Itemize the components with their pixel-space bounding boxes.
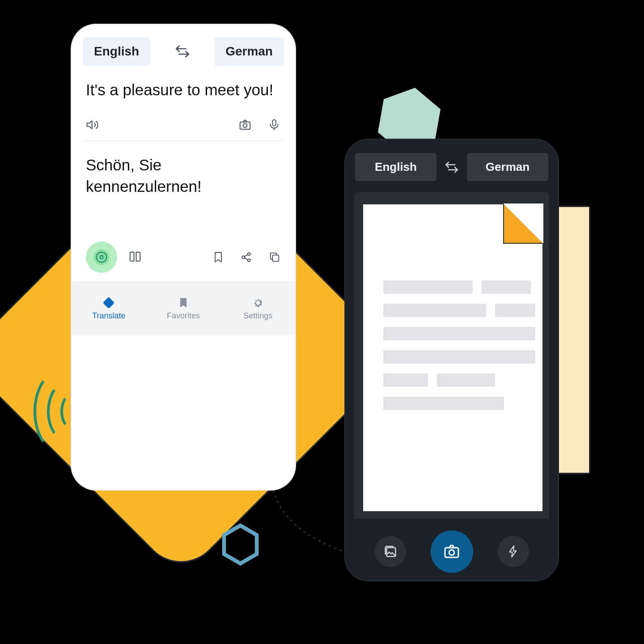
copy-button[interactable] <box>268 251 281 263</box>
voice-input-button[interactable] <box>267 118 281 131</box>
camera-icon <box>238 118 252 131</box>
flash-icon <box>507 545 520 558</box>
camera-viewport <box>354 192 549 519</box>
svg-rect-0 <box>240 122 250 129</box>
gear-icon <box>252 297 264 309</box>
dictionary-button[interactable] <box>128 250 142 264</box>
camera-controls <box>345 522 558 580</box>
translate-app-phone: English German It's a pleasure to meet y… <box>72 25 295 490</box>
bottom-nav: Translate Favorites Settings <box>72 282 295 335</box>
svg-rect-4 <box>100 256 103 258</box>
book-icon <box>128 250 142 264</box>
stop-icon <box>95 250 108 264</box>
translate-icon <box>102 297 115 309</box>
target-text: Schön, Sie kennenzulernen! <box>72 141 295 215</box>
copy-icon <box>268 251 281 263</box>
target-language-button[interactable]: German <box>467 153 548 181</box>
gallery-button[interactable] <box>375 536 406 567</box>
target-language-button[interactable]: German <box>214 37 284 66</box>
document-text-placeholder <box>383 280 535 420</box>
bookmark-button[interactable] <box>212 251 225 263</box>
svg-rect-2 <box>272 120 276 126</box>
camera-icon <box>443 542 461 560</box>
capture-button[interactable] <box>431 530 473 573</box>
stop-playback-button[interactable] <box>86 242 117 273</box>
svg-point-1 <box>243 124 247 128</box>
flash-button[interactable] <box>498 536 529 567</box>
source-language-button[interactable]: English <box>355 153 436 181</box>
svg-rect-9 <box>103 297 114 309</box>
nav-tab-settings[interactable]: Settings <box>220 282 295 335</box>
listen-source-button[interactable] <box>86 118 99 131</box>
gallery-icon <box>383 544 398 559</box>
document-preview <box>362 203 543 512</box>
svg-rect-8 <box>272 255 279 261</box>
camera-input-button[interactable] <box>238 118 252 131</box>
swap-languages-button[interactable] <box>174 43 191 59</box>
decorative-hexagon-blue <box>219 523 262 566</box>
share-icon <box>240 251 253 263</box>
nav-tab-translate[interactable]: Translate <box>72 282 146 335</box>
speaker-icon <box>86 118 99 131</box>
nav-tab-favorites[interactable]: Favorites <box>146 282 221 335</box>
swap-languages-button[interactable] <box>442 160 462 175</box>
nav-label: Settings <box>243 311 272 321</box>
microphone-icon <box>267 118 281 131</box>
source-text[interactable]: It's a pleasure to meet you! <box>72 66 295 118</box>
source-language-button[interactable]: English <box>83 37 150 66</box>
nav-label: Favorites <box>167 311 200 321</box>
camera-translate-phone: English German <box>344 139 559 581</box>
svg-point-12 <box>449 550 454 555</box>
share-button[interactable] <box>240 251 253 263</box>
bookmark-filled-icon <box>177 297 190 309</box>
svg-rect-11 <box>445 548 458 558</box>
nav-label: Translate <box>92 311 125 321</box>
bookmark-icon <box>212 251 225 263</box>
svg-point-3 <box>97 252 107 263</box>
